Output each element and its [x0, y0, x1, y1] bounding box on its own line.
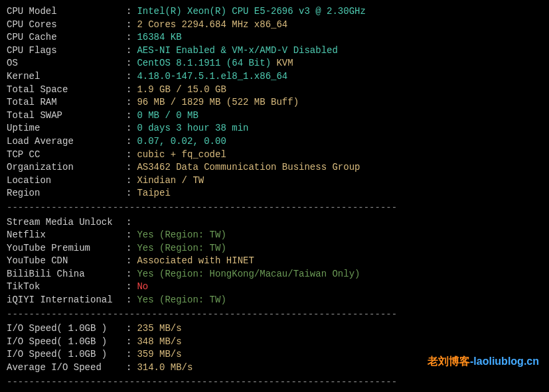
colon: :	[126, 5, 131, 19]
stream-header-label: Stream Media Unlock	[7, 216, 126, 229]
bilibili-label: BiliBili China	[7, 268, 126, 281]
youtube-cdn-label: YouTube CDN	[7, 255, 126, 268]
tcp-cc-label: TCP CC	[7, 149, 126, 162]
total-swap-value: 0 MB / 0 MB	[137, 109, 198, 123]
youtube-premium-label: YouTube Premium	[7, 242, 126, 255]
organization-value: AS3462 Data Communication Business Group	[137, 161, 360, 174]
divider: ----------------------------------------…	[7, 202, 542, 215]
colon: :	[126, 268, 131, 281]
colon: :	[126, 174, 131, 188]
total-ram-value: 96 MB / 1829 MB (522 MB Buff)	[137, 96, 299, 109]
io-speed1-row: I/O Speed( 1.0GB ) : 235 MB/s	[7, 322, 542, 336]
total-space-label: Total Space	[7, 84, 126, 97]
location-value: Xindian / TW	[137, 174, 204, 188]
youtube-cdn-row: YouTube CDN : Associated with HINET	[7, 255, 542, 268]
divider: ----------------------------------------…	[7, 308, 542, 322]
cpu-cores-row: CPU Cores : 2 Cores 2294.684 MHz x86_64	[7, 19, 542, 32]
tcp-cc-value: cubic + fq_codel	[137, 149, 226, 162]
colon: :	[126, 322, 131, 336]
colon: :	[126, 294, 131, 307]
io-speed1-label: I/O Speed( 1.0GB )	[7, 322, 126, 336]
iqiyi-value: Yes (Region: TW)	[137, 294, 226, 307]
region-value: Taipei	[137, 187, 170, 200]
cpu-model-label: CPU Model	[7, 5, 126, 19]
youtube-premium-value: Yes (Region: TW)	[137, 242, 226, 255]
cpu-flags-value: AES-NI Enabled & VM-x/AMD-V Disabled	[137, 44, 337, 58]
kernel-value: 4.18.0-147.5.1.el8_1.x86_64	[137, 70, 287, 84]
load-avg-value: 0.07, 0.02, 0.00	[137, 135, 226, 149]
colon: :	[126, 70, 131, 84]
io-speed2-value: 348 MB/s	[137, 336, 181, 349]
cpu-cache-row: CPU Cache : 16384 KB	[7, 31, 542, 44]
os-row: OS : CentOS 8.1.1911 (64 Bit) KVM	[7, 57, 542, 70]
total-space-row: Total Space : 1.9 GB / 15.0 GB	[7, 84, 542, 97]
colon: :	[126, 44, 131, 58]
colon: :	[126, 187, 131, 200]
load-avg-row: Load Average : 0.07, 0.02, 0.00	[7, 135, 542, 149]
colon: :	[126, 109, 131, 123]
organization-label: Organization	[7, 161, 126, 174]
cpu-cores-label: CPU Cores	[7, 19, 126, 32]
colon: :	[126, 122, 131, 135]
netflix-value: Yes (Region: TW)	[137, 229, 226, 242]
uptime-label: Uptime	[7, 122, 126, 135]
kernel-row: Kernel : 4.18.0-147.5.1.el8_1.x86_64	[7, 70, 542, 84]
cpu-flags-label: CPU Flags	[7, 44, 126, 58]
watermark-cn: 老刘博客	[428, 356, 470, 367]
colon: :	[126, 361, 131, 375]
youtube-premium-row: YouTube Premium : Yes (Region: TW)	[7, 242, 542, 255]
cpu-flags-row: CPU Flags : AES-NI Enabled & VM-x/AMD-V …	[7, 44, 542, 58]
cpu-cache-value: 16384 KB	[137, 31, 181, 44]
total-swap-row: Total SWAP : 0 MB / 0 MB	[7, 109, 542, 123]
youtube-cdn-value: Associated with HINET	[137, 255, 254, 268]
io-speed2-row: I/O Speed( 1.0GB ) : 348 MB/s	[7, 336, 542, 349]
kernel-label: Kernel	[7, 70, 126, 84]
io-average-label: Average I/O Speed	[7, 361, 126, 375]
colon: :	[126, 281, 131, 294]
iqiyi-row: iQIYI International : Yes (Region: TW)	[7, 294, 542, 307]
colon: :	[126, 149, 131, 162]
total-ram-row: Total RAM : 96 MB / 1829 MB (522 MB Buff…	[7, 96, 542, 109]
tiktok-row: TikTok : No	[7, 281, 542, 294]
colon: :	[126, 348, 131, 361]
cpu-cache-label: CPU Cache	[7, 31, 126, 44]
colon: :	[126, 57, 131, 70]
io-speed3-label: I/O Speed( 1.0GB )	[7, 348, 126, 361]
cpu-cores-value: 2 Cores 2294.684 MHz x86_64	[137, 19, 287, 32]
total-swap-label: Total SWAP	[7, 109, 126, 123]
bilibili-value: Yes (Region: HongKong/Macau/Taiwan Only)	[137, 268, 360, 281]
location-row: Location : Xindian / TW	[7, 174, 542, 188]
uptime-row: Uptime : 0 days 3 hour 38 min	[7, 122, 542, 135]
colon: :	[126, 242, 131, 255]
bilibili-row: BiliBili China : Yes (Region: HongKong/M…	[7, 268, 542, 281]
io-speed1-value: 235 MB/s	[137, 322, 181, 336]
io-speed3-value: 359 MB/s	[137, 348, 181, 361]
total-space-value: 1.9 GB / 15.0 GB	[137, 84, 226, 97]
uptime-value: 0 days 3 hour 38 min	[137, 122, 248, 135]
colon: :	[126, 255, 131, 268]
colon: :	[126, 216, 131, 229]
cpu-model-value: Intel(R) Xeon(R) CPU E5-2696 v3 @ 2.30GH…	[137, 5, 365, 19]
io-average-value: 314.0 MB/s	[137, 361, 193, 375]
iqiyi-label: iQIYI International	[7, 294, 126, 307]
tiktok-label: TikTok	[7, 281, 126, 294]
colon: :	[126, 96, 131, 109]
colon: :	[126, 161, 131, 174]
divider: ----------------------------------------…	[7, 376, 542, 389]
region-label: Region	[7, 187, 126, 200]
os-label: OS	[7, 57, 126, 70]
watermark: 老刘博客-laoliublog.cn	[428, 354, 539, 369]
watermark-domain: -laoliublog.cn	[470, 356, 539, 367]
os-value-extra: KVM	[271, 57, 293, 70]
colon: :	[126, 19, 131, 32]
cpu-model-row: CPU Model : Intel(R) Xeon(R) CPU E5-2696…	[7, 5, 542, 19]
colon: :	[126, 84, 131, 97]
colon: :	[126, 31, 131, 44]
stream-header-row: Stream Media Unlock :	[7, 216, 542, 229]
io-speed2-label: I/O Speed( 1.0GB )	[7, 336, 126, 349]
load-avg-label: Load Average	[7, 135, 126, 149]
organization-row: Organization : AS3462 Data Communication…	[7, 161, 542, 174]
location-label: Location	[7, 174, 126, 188]
netflix-row: Netflix : Yes (Region: TW)	[7, 229, 542, 242]
tcp-cc-row: TCP CC : cubic + fq_codel	[7, 149, 542, 162]
